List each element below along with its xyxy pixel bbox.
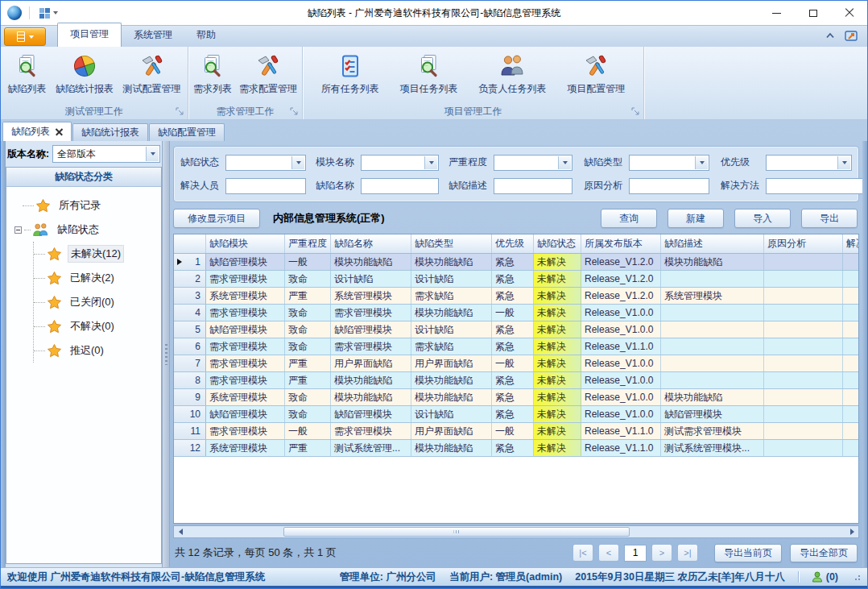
last-page-button[interactable]: >|: [677, 544, 698, 562]
table-row[interactable]: 2需求管理模块致命设计缺陷设计缺陷紧急未解决Release_V1.2.0: [174, 271, 858, 288]
ribbon-tab-0[interactable]: 项目管理: [57, 23, 122, 47]
next-page-button[interactable]: >: [651, 544, 672, 562]
column-header-priority[interactable]: 优先级: [492, 234, 534, 253]
table-row[interactable]: 3系统管理模块严重系统管理模块需求缺陷紧急未解决Release_V1.2.0系统…: [174, 288, 858, 305]
version-select[interactable]: 全部版本: [52, 145, 160, 163]
all-tasks-list-button[interactable]: 所有任务列表: [319, 51, 382, 97]
tab-defect-config[interactable]: 缺陷配置管理: [149, 123, 225, 141]
page-number-input[interactable]: [624, 545, 647, 562]
filter-input-cause-analysis[interactable]: [629, 178, 709, 194]
column-header-severity[interactable]: 严重程度: [285, 234, 331, 253]
cell-name: 设计缺陷: [331, 271, 411, 287]
column-header-status[interactable]: 缺陷状态: [534, 234, 581, 253]
query-button[interactable]: 查询: [601, 209, 657, 228]
tree-item-wontfix[interactable]: 不解决(0): [34, 314, 159, 338]
dialog-launcher-icon[interactable]: [290, 107, 299, 116]
filter-input-resolver[interactable]: [225, 178, 306, 194]
table-row[interactable]: 1缺陷管理模块一般模块功能缺陷模块功能缺陷紧急未解决Release_V1.2.0…: [174, 254, 858, 271]
ribbon-button-label: 缺陷列表: [8, 82, 47, 96]
column-header-type[interactable]: 缺陷类型: [411, 234, 492, 253]
column-header-module[interactable]: 缺陷模块: [206, 234, 285, 253]
import-button[interactable]: 导入: [734, 209, 791, 228]
defect-stats-report-button[interactable]: 缺陷统计报表: [53, 51, 116, 97]
tab-defect-stats-report[interactable]: 缺陷统计报表: [72, 123, 148, 141]
table-row[interactable]: 8需求管理模块严重模块功能缺陷模块功能缺陷紧急未解决Release_V1.0.0: [174, 372, 858, 389]
message-indicator[interactable]: (0): [812, 571, 838, 583]
modify-columns-button[interactable]: 修改显示项目: [173, 209, 260, 228]
maximize-button[interactable]: [795, 1, 831, 25]
collapse-node-icon[interactable]: [14, 226, 22, 234]
export-current-page-button[interactable]: 导出当前页: [714, 544, 782, 562]
requirement-config-button[interactable]: 需求配置管理: [237, 51, 300, 97]
filter-select-priority[interactable]: [766, 155, 852, 171]
scroll-right-button[interactable]: [845, 526, 858, 537]
ribbon-tab-2[interactable]: 帮助: [184, 24, 228, 47]
row-selector: 12: [174, 440, 206, 456]
new-button[interactable]: 新建: [668, 209, 724, 228]
about-icon[interactable]: [845, 29, 859, 42]
dialog-launcher-icon[interactable]: [631, 107, 640, 116]
tree-item-postponed[interactable]: 推迟(0): [34, 338, 159, 363]
filter-select-defect-type[interactable]: [629, 155, 709, 171]
panel-splitter[interactable]: [162, 141, 170, 567]
close-button[interactable]: [831, 1, 867, 25]
scrollbar-thumb[interactable]: [283, 527, 630, 537]
scroll-left-button[interactable]: [174, 526, 187, 537]
dropdown-arrow-button[interactable]: [424, 156, 437, 169]
project-tasks-list-button[interactable]: 项目任务列表: [398, 51, 461, 97]
export-all-pages-button[interactable]: 导出全部页: [790, 544, 858, 562]
filter-input-solution[interactable]: [766, 178, 868, 194]
column-header-solution[interactable]: 解决方法: [843, 234, 858, 253]
table-row[interactable]: 11需求管理模块一般需求管理模块用户界面缺陷一般未解决Release_V1.1.…: [174, 423, 858, 440]
test-config-button[interactable]: 测试配置管理: [121, 51, 184, 97]
column-header-cause[interactable]: 原因分析: [764, 234, 843, 253]
table-row[interactable]: 10缺陷管理模块致命缺陷管理模块设计缺陷紧急未解决Release_V1.0.0缺…: [174, 406, 858, 423]
filter-select-module-name[interactable]: [361, 155, 439, 171]
tools-icon: [254, 52, 282, 80]
tree-item-unresolved[interactable]: 未解决(12): [34, 242, 159, 266]
table-row[interactable]: 9系统管理模块致命模块功能缺陷模块功能缺陷紧急未解决Release_V1.0.0…: [174, 389, 858, 406]
table-row[interactable]: 7需求管理模块严重用户界面缺陷用户界面缺陷一般未解决Release_V1.0.0: [174, 355, 858, 372]
export-button[interactable]: 导出: [801, 209, 858, 228]
owner-tasks-list-button[interactable]: 负责人任务列表: [476, 51, 548, 97]
dropdown-arrow-button[interactable]: [291, 156, 304, 169]
requirement-list-button[interactable]: 需求列表: [191, 51, 234, 97]
table-row[interactable]: 4需求管理模块致命需求管理模块模块功能缺陷一般未解决Release_V1.0.0: [174, 305, 858, 321]
column-header-desc[interactable]: 缺陷描述: [661, 234, 764, 253]
dropdown-arrow-button[interactable]: [146, 147, 159, 161]
close-tab-icon[interactable]: [56, 128, 63, 135]
dropdown-arrow-button[interactable]: [837, 156, 850, 169]
first-page-button[interactable]: |<: [572, 544, 593, 562]
table-row[interactable]: 12系统管理模块严重测试系统管理...模块功能缺陷紧急未解决Release_V1…: [174, 440, 858, 457]
table-row[interactable]: 5缺陷管理模块致命缺陷管理模块设计缺陷紧急未解决Release_V1.0.0: [174, 321, 858, 338]
filter-select-severity[interactable]: [494, 155, 572, 171]
cell-desc: 测试系统管理模块...: [661, 440, 764, 456]
minimize-button[interactable]: [758, 1, 795, 25]
collapse-ribbon-icon[interactable]: [825, 32, 835, 39]
tree-item-closed[interactable]: 已关闭(0): [34, 290, 159, 314]
ribbon-tab-1[interactable]: 系统管理: [122, 24, 184, 47]
column-header-release[interactable]: 所属发布版本: [581, 234, 661, 253]
filter-select-defect-status[interactable]: [225, 155, 306, 171]
tree-item-defect-status[interactable]: 缺陷状态: [11, 218, 159, 242]
scrollbar-track[interactable]: [187, 526, 845, 537]
column-header-name[interactable]: 缺陷名称: [331, 234, 411, 253]
application-menu-button[interactable]: [4, 27, 46, 46]
filter-input-defect-desc[interactable]: [494, 178, 572, 194]
quick-access-toolbar-button[interactable]: [37, 6, 60, 20]
row-selector-header[interactable]: [174, 234, 206, 253]
project-config-button[interactable]: 项目配置管理: [564, 51, 627, 97]
dialog-launcher-icon[interactable]: [176, 107, 184, 116]
defect-list-button[interactable]: 缺陷列表: [6, 51, 49, 97]
tree-item-all-records[interactable]: 所有记录: [11, 193, 159, 218]
horizontal-scrollbar[interactable]: [173, 525, 859, 538]
prev-page-button[interactable]: <: [598, 544, 619, 562]
table-row[interactable]: 6需求管理模块致命需求管理模块需求缺陷紧急未解决Release_V1.1.0: [174, 338, 858, 355]
tab-defect-list[interactable]: 缺陷列表: [2, 122, 72, 141]
tree-connector: [34, 254, 45, 255]
dropdown-arrow-button[interactable]: [558, 156, 571, 169]
dropdown-arrow-button[interactable]: [695, 156, 708, 169]
tree-item-resolved[interactable]: 已解决(2): [34, 266, 159, 290]
filter-input-defect-name[interactable]: [361, 178, 439, 194]
resize-grip[interactable]: [853, 573, 861, 581]
